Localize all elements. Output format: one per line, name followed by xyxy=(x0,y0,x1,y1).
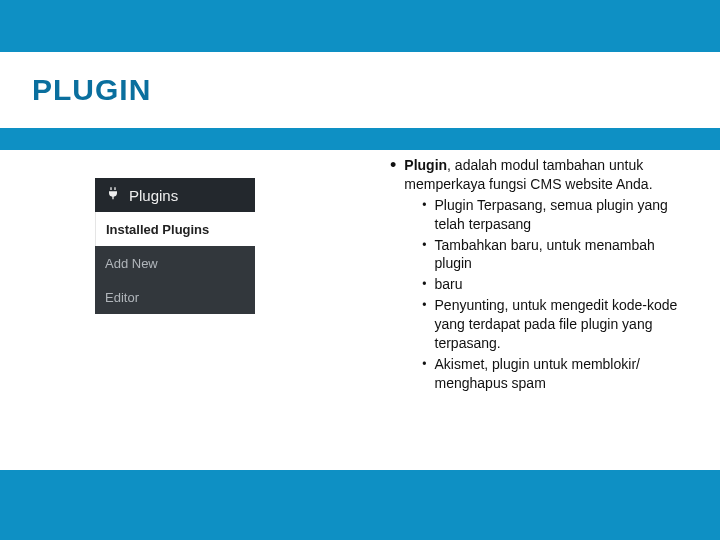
list-item-text: baru xyxy=(435,275,463,294)
wp-menu-installed-label: Installed Plugins xyxy=(106,222,209,237)
lead-bold: Plugin xyxy=(404,157,447,173)
page-title: PLUGIN xyxy=(32,73,151,107)
wp-menu-panel: Plugins Installed Plugins Add New Editor xyxy=(95,178,255,314)
list-item-text: Akismet, plugin untuk memblokir/ menghap… xyxy=(435,355,695,393)
list-item: • baru xyxy=(422,275,694,294)
wp-menu-installed: Installed Plugins xyxy=(95,212,255,246)
list-item-text: Penyunting, untuk mengedit kode-kode yan… xyxy=(435,296,695,353)
list-item: • Tambahkan baru, untuk menambah plugin xyxy=(422,236,694,274)
main-bullet: • Plugin, adalah modul tambahan untuk me… xyxy=(390,156,700,395)
bullet-dot-icon: • xyxy=(422,355,426,393)
list-item-text: Tambahkan baru, untuk menambah plugin xyxy=(435,236,695,274)
plug-icon xyxy=(105,186,121,205)
wp-menu-editor: Editor xyxy=(95,280,255,314)
list-item: • Penyunting, untuk mengedit kode-kode y… xyxy=(422,296,694,353)
right-column: • Plugin, adalah modul tambahan untuk me… xyxy=(390,150,720,470)
bullet-dot-icon: • xyxy=(422,236,426,274)
wp-menu-editor-label: Editor xyxy=(105,290,139,305)
bullet-dot-icon: • xyxy=(390,156,396,395)
wp-menu-header-label: Plugins xyxy=(129,187,178,204)
content-band: Plugins Installed Plugins Add New Editor… xyxy=(0,150,720,470)
lead-text: Plugin, adalah modul tambahan untuk memp… xyxy=(404,156,694,395)
wp-menu-header: Plugins xyxy=(95,178,255,212)
bullet-dot-icon: • xyxy=(422,196,426,234)
list-item-text: Plugin Terpasang, semua plugin yang tela… xyxy=(435,196,695,234)
sub-list: • Plugin Terpasang, semua plugin yang te… xyxy=(422,196,694,393)
list-item: • Akismet, plugin untuk memblokir/ mengh… xyxy=(422,355,694,393)
wp-menu-addnew: Add New xyxy=(95,246,255,280)
bullet-dot-icon: • xyxy=(422,275,426,294)
wp-menu-addnew-label: Add New xyxy=(105,256,158,271)
title-band: PLUGIN xyxy=(0,52,720,128)
bullet-dot-icon: • xyxy=(422,296,426,353)
list-item: • Plugin Terpasang, semua plugin yang te… xyxy=(422,196,694,234)
left-column: Plugins Installed Plugins Add New Editor xyxy=(0,150,390,470)
